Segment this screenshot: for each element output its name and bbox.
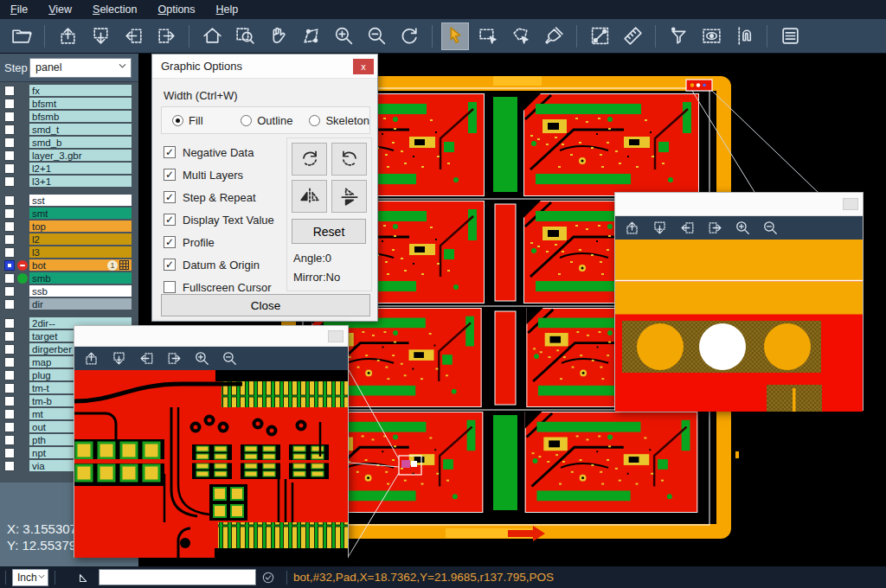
layer-visibility-checkbox[interactable] [4,331,15,342]
checkbox-datum-origin[interactable]: ✓Datum & Origin [164,253,274,276]
tool-pan-down[interactable] [87,22,114,50]
checkbox-box[interactable]: ✓ [164,146,176,158]
layer-name[interactable]: bot1 [29,259,132,271]
menu-options[interactable]: Options [147,0,205,19]
layer-name[interactable]: l3 [29,246,132,258]
layer-name[interactable]: l2+1 [29,163,132,174]
layer-visibility-checkbox[interactable] [4,422,15,432]
radio-fill[interactable]: Fill [172,114,230,127]
layer-name[interactable]: layer_3.gbr [29,150,132,161]
layer-visibility-checkbox[interactable] [4,273,15,284]
magnifier-tool-pan-down[interactable] [107,348,130,369]
layer-name[interactable]: sst [29,195,132,206]
magnified-pcb-detail[interactable] [615,240,863,412]
magnifier-tool-pan-right[interactable] [163,348,185,369]
layer-row-smb[interactable]: smb [0,272,138,284]
layer-name[interactable]: smt [29,208,132,219]
layer-name[interactable]: smd_b [29,137,132,148]
layer-visibility-checkbox[interactable] [4,86,15,96]
magnifier-tool-pan-right[interactable] [703,218,726,239]
layer-name[interactable]: fx [29,85,132,96]
tool-select-cursor[interactable] [441,22,469,50]
layer-visibility-checkbox[interactable] [4,208,15,219]
layer-row-l2+1[interactable]: l2+1 [0,163,138,174]
layer-visibility-checkbox[interactable] [4,299,15,310]
layer-visibility-checkbox[interactable] [4,150,15,161]
menu-selection[interactable]: Selection [82,0,147,19]
layer-name[interactable]: l3+1 [29,176,132,187]
layer-visibility-checkbox[interactable] [4,435,15,445]
magnifier-tool-zoom-out[interactable] [759,218,781,239]
magnifier-window-bottom-left[interactable] [74,325,349,558]
layer-visibility-checkbox[interactable] [4,137,15,148]
layer-visibility-checkbox[interactable] [4,234,15,245]
tool-home[interactable] [198,22,226,50]
magnifier-tool-zoom-in[interactable] [190,348,213,369]
tool-select-polygon[interactable] [507,22,535,50]
close-icon[interactable]: x [353,59,374,74]
layer-row-l2[interactable]: l2 [0,233,138,245]
close-dialog-button[interactable]: Close [161,294,370,316]
menu-view[interactable]: View [38,0,82,19]
magnifier-title-bar[interactable] [74,326,348,347]
tool-pan-left[interactable] [119,22,147,50]
layer-name[interactable]: top [29,220,132,232]
layer-name[interactable]: bfsmb [29,111,132,122]
layer-row-top[interactable]: top [0,220,138,232]
layer-visibility-checkbox[interactable] [4,409,15,419]
tool-pan-hand[interactable] [264,22,292,50]
checkbox-box[interactable]: ✓ [164,191,176,203]
magnifier-tool-pan-left[interactable] [135,348,157,369]
flip-vertical-button[interactable] [331,180,367,213]
tool-zoom-area[interactable] [231,22,259,50]
layer-visibility-checkbox[interactable] [4,176,15,187]
magnifier-title-bar[interactable] [615,193,863,216]
magnifier-tool-pan-left[interactable] [676,218,698,239]
tool-measure-polygon[interactable] [297,22,324,50]
rotate-ccw-button[interactable] [331,143,367,176]
radio-circle[interactable] [309,115,320,126]
tool-snap-magnet[interactable] [730,22,758,50]
tool-pan-up[interactable] [54,22,81,50]
tool-view-options[interactable] [697,22,725,50]
layer-row-ssb[interactable]: ssb [0,285,138,297]
checkbox-box[interactable]: ✓ [164,236,176,248]
layer-visibility-checkbox[interactable] [4,461,15,471]
layer-row-dir[interactable]: dir [0,298,138,310]
layer-row-layer_3.gbr[interactable]: layer_3.gbr [0,150,138,161]
tool-measure-line[interactable] [586,22,613,50]
tool-zoom-out[interactable] [363,22,390,50]
magnifier-tool-pan-up[interactable] [620,218,643,239]
layer-row-bot[interactable]: bot1 [0,259,138,271]
layer-visibility-checkbox[interactable] [4,195,15,206]
tool-select-rectangle[interactable] [474,22,502,50]
layer-visibility-checkbox[interactable] [4,260,15,271]
tool-open-folder[interactable] [8,22,35,50]
checkbox-box[interactable]: ✓ [164,214,176,226]
checkbox-display-text-value[interactable]: ✓Display Text Value [164,208,274,231]
layer-visibility-checkbox[interactable] [4,344,15,355]
layer-name[interactable]: smb [29,272,132,284]
checkbox-negative-data[interactable]: ✓Negative Data [164,141,274,163]
reset-button[interactable]: Reset [292,219,366,244]
layer-visibility-checkbox[interactable] [4,286,15,297]
sync-check-icon[interactable] [261,571,275,585]
layer-row-bfsmt[interactable]: bfsmt [0,98,138,109]
unit-select[interactable]: Inch [12,569,48,586]
layer-visibility-checkbox[interactable] [4,396,15,406]
tool-ruler[interactable] [619,22,646,50]
layer-visibility-checkbox[interactable] [4,112,15,122]
tool-clean-brush[interactable] [540,22,568,50]
tool-layer-panel[interactable] [776,22,804,50]
layer-row-bfsmb[interactable]: bfsmb [0,111,138,122]
magnifier-tool-zoom-in[interactable] [731,218,754,239]
layer-name[interactable]: bfsmt [29,98,132,109]
magnifier-tool-pan-down[interactable] [648,218,671,239]
flip-horizontal-button[interactable] [292,180,327,213]
layer-visibility-checkbox[interactable] [4,357,15,368]
tool-zoom-in[interactable] [330,22,357,50]
checkbox-box[interactable]: ✓ [164,169,176,181]
checkbox-step-repeat[interactable]: ✓Step & Repeat [164,186,274,208]
checkbox-multi-layers[interactable]: ✓Multi Layers [164,163,274,186]
layer-visibility-checkbox[interactable] [4,221,15,232]
